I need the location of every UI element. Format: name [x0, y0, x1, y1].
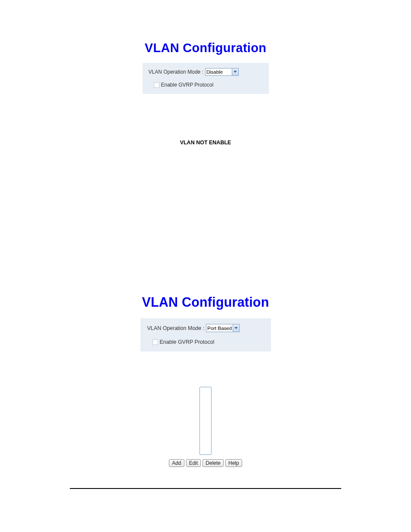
operation-mode-select-wrap-2: Port Based: [206, 324, 240, 332]
operation-mode-select[interactable]: Disable: [205, 68, 239, 76]
gvrp-checkbox-label: Enable GVRP Protocol: [161, 82, 214, 88]
vlan-config-panel-1: VLAN Operation Mode : Disable Enable GVR…: [143, 63, 269, 94]
operation-mode-row: VLAN Operation Mode : Disable: [149, 68, 263, 76]
add-button[interactable]: Add: [169, 459, 184, 467]
vlan-config-panel-2: VLAN Operation Mode : Port Based Enable …: [140, 318, 271, 352]
gvrp-checkbox-2[interactable]: [153, 339, 158, 345]
gvrp-checkbox-row-2: Enable GVRP Protocol: [153, 339, 264, 345]
page-title-2: VLAN Configuration: [0, 295, 411, 310]
gvrp-checkbox-label-2: Enable GVRP Protocol: [160, 339, 215, 345]
gvrp-checkbox[interactable]: [154, 82, 159, 88]
operation-mode-row-2: VLAN Operation Mode : Port Based: [147, 324, 264, 332]
vlan-status-text: VLAN NOT ENABLE: [0, 140, 411, 146]
gvrp-checkbox-row: Enable GVRP Protocol: [154, 82, 263, 88]
divider: [70, 488, 341, 489]
button-row: Add Edit Delete Help: [0, 459, 411, 467]
edit-button[interactable]: Edit: [186, 459, 201, 467]
vlan-listbox[interactable]: [199, 387, 212, 455]
page-title: VLAN Configuration: [0, 41, 411, 55]
help-button[interactable]: Help: [225, 459, 242, 467]
delete-button[interactable]: Delete: [202, 459, 224, 467]
operation-mode-select-2[interactable]: Port Based: [206, 324, 240, 332]
operation-mode-label-2: VLAN Operation Mode :: [147, 325, 205, 331]
operation-mode-select-wrap: Disable: [205, 68, 239, 76]
section-2: VLAN Configuration VLAN Operation Mode :…: [0, 295, 411, 489]
operation-mode-label: VLAN Operation Mode :: [149, 69, 203, 75]
